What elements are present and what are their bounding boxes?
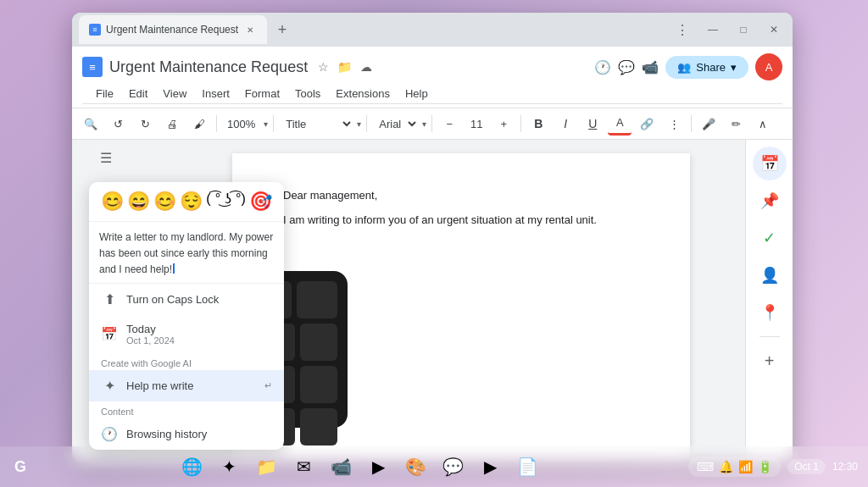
search-toolbar-btn[interactable]: 🔍 bbox=[79, 112, 103, 136]
emoji-lenny[interactable]: ( ͡° ͜ʖ ͡°) bbox=[206, 191, 245, 213]
date-badge[interactable]: Oct 1 bbox=[787, 459, 826, 474]
caps-lock-item[interactable]: ⬆ Turn on Caps Lock bbox=[89, 284, 284, 315]
help-me-write-shortcut: ↵ bbox=[264, 380, 272, 391]
star-icon[interactable]: ☆ bbox=[318, 60, 329, 74]
tray-wifi-icon[interactable]: 📶 bbox=[738, 460, 753, 473]
today-item[interactable]: 📅 Today Oct 1, 2024 bbox=[89, 315, 284, 353]
browsing-history-label: Browsing history bbox=[126, 428, 272, 440]
emoji-grin[interactable]: 😄 bbox=[127, 191, 150, 213]
emoji-happy[interactable]: 😊 bbox=[153, 191, 176, 213]
search-box-area[interactable]: Write a letter to my landlord. My power … bbox=[89, 222, 284, 284]
search-cursor bbox=[173, 263, 175, 274]
minimize-button[interactable]: — bbox=[701, 18, 725, 42]
sidebar-calendar-icon[interactable]: 📅 bbox=[753, 147, 787, 180]
collapse-btn[interactable]: ∧ bbox=[751, 112, 775, 136]
link-btn[interactable]: 🔗 bbox=[635, 112, 659, 136]
header-right: 🕐 💬 📹 👥 Share ▾ A bbox=[594, 53, 782, 80]
caps-lock-label: Turn on Caps Lock bbox=[126, 293, 272, 306]
menu-view[interactable]: View bbox=[156, 84, 193, 103]
kb-key-v bbox=[300, 408, 337, 445]
font-chevron-icon: ▾ bbox=[422, 119, 426, 129]
pen-btn[interactable]: ✏ bbox=[724, 112, 748, 136]
share-chevron-icon: ▾ bbox=[731, 61, 737, 74]
print-btn[interactable]: 🖨 bbox=[160, 112, 184, 136]
decrease-font-btn[interactable]: − bbox=[437, 112, 461, 136]
tray-keyboard-icon[interactable]: ⌨ bbox=[697, 460, 714, 473]
new-tab-button[interactable]: + bbox=[270, 18, 294, 42]
taskbar-gemini-icon[interactable]: ✦ bbox=[212, 450, 246, 484]
taskbar-play-icon[interactable]: ▶ bbox=[361, 450, 395, 484]
underline-btn[interactable]: U bbox=[581, 112, 604, 136]
doc-area: ☰ Dear management, I am writing to infor… bbox=[72, 140, 793, 462]
taskbar-gmail-icon[interactable]: ✉ bbox=[287, 450, 320, 484]
tray-battery-icon[interactable]: 🔋 bbox=[758, 460, 772, 473]
folder-icon[interactable]: 📁 bbox=[337, 60, 352, 74]
taskbar-chat-icon[interactable]: 💬 bbox=[436, 450, 470, 484]
style-select[interactable]: TitleNormalHeading 1 bbox=[279, 115, 353, 133]
menu-file[interactable]: File bbox=[89, 84, 120, 103]
today-date: Oct 1, 2024 bbox=[126, 335, 175, 346]
taskbar-google-btn[interactable]: G bbox=[10, 457, 31, 477]
font-size-display[interactable]: 11 bbox=[465, 116, 488, 132]
sidebar-divider bbox=[760, 336, 780, 337]
active-tab[interactable]: ≡ Urgent Maintenance Request ✕ bbox=[79, 15, 267, 44]
menu-format[interactable]: Format bbox=[238, 84, 287, 103]
sidebar-contacts-icon[interactable]: 👤 bbox=[753, 258, 787, 292]
cloud-icon[interactable]: ☁ bbox=[360, 60, 372, 74]
more-options-button[interactable]: ⋮ bbox=[670, 18, 694, 42]
undo-btn[interactable]: ↺ bbox=[106, 112, 130, 136]
taskbar-chrome-icon[interactable]: 🌐 bbox=[175, 450, 209, 484]
increase-font-btn[interactable]: + bbox=[492, 112, 515, 136]
comment-icon[interactable]: 💬 bbox=[618, 59, 635, 75]
sidebar-keep-icon[interactable]: 📌 bbox=[753, 184, 787, 218]
italic-btn[interactable]: I bbox=[554, 112, 577, 136]
ai-sparkle-icon: ✦ bbox=[101, 378, 118, 394]
tray-notification-icon[interactable]: 🔔 bbox=[719, 460, 733, 473]
zoom-display[interactable]: 100% bbox=[222, 116, 260, 132]
taskbar-photos-icon[interactable]: 🎨 bbox=[398, 450, 432, 484]
toolbar-sep-1 bbox=[216, 115, 217, 132]
doc-icon: ≡ bbox=[82, 57, 103, 77]
emoji-smile[interactable]: 😊 bbox=[101, 191, 124, 213]
taskbar-tray: ⌨ 🔔 📶 🔋 bbox=[688, 457, 781, 477]
taskbar-right: ⌨ 🔔 📶 🔋 Oct 1 12:30 bbox=[688, 457, 858, 477]
google-icon: G bbox=[14, 458, 26, 476]
history-icon[interactable]: 🕐 bbox=[594, 59, 611, 75]
sidebar-tasks-icon[interactable]: ✓ bbox=[753, 221, 787, 255]
bold-btn[interactable]: B bbox=[526, 112, 550, 136]
user-avatar[interactable]: A bbox=[755, 53, 782, 80]
taskbar-files-icon[interactable]: 📁 bbox=[249, 450, 283, 484]
emoji-target[interactable]: 🎯 bbox=[249, 191, 272, 213]
voice-typing-btn[interactable]: 🎤 bbox=[697, 112, 721, 136]
close-button[interactable]: ✕ bbox=[762, 18, 786, 42]
menu-edit[interactable]: Edit bbox=[122, 84, 154, 103]
history-icon: 🕐 bbox=[101, 426, 118, 442]
emoji-content[interactable]: 😌 bbox=[180, 191, 203, 213]
help-me-write-item[interactable]: ✦ Help me write ↵ bbox=[89, 370, 284, 401]
caps-lock-icon: ⬆ bbox=[101, 291, 118, 307]
text-color-btn[interactable]: A bbox=[608, 112, 632, 136]
taskbar-docs-icon[interactable]: 📄 bbox=[510, 450, 544, 484]
video-icon[interactable]: 📹 bbox=[642, 59, 659, 75]
share-button[interactable]: 👥 Share ▾ bbox=[665, 56, 748, 79]
paint-format-btn[interactable]: 🖌 bbox=[187, 112, 211, 136]
zoom-chevron-icon: ▾ bbox=[264, 119, 268, 129]
maximize-button[interactable]: □ bbox=[732, 18, 755, 42]
toolbar: 🔍 ↺ ↻ 🖨 🖌 100% ▾ TitleNormalHeading 1 ▾ … bbox=[72, 108, 793, 140]
menu-insert[interactable]: Insert bbox=[195, 84, 236, 103]
app-title-row: ≡ Urgent Maintenance Request ☆ 📁 ☁ 🕐 💬 📹… bbox=[82, 53, 782, 80]
outline-icon[interactable]: ☰ bbox=[100, 150, 112, 166]
more-btn[interactable]: ⋮ bbox=[662, 112, 686, 136]
taskbar-meet-icon[interactable]: 📹 bbox=[324, 450, 358, 484]
font-select[interactable]: Arial bbox=[372, 115, 419, 133]
sidebar-maps-icon[interactable]: 📍 bbox=[753, 296, 787, 329]
redo-btn[interactable]: ↻ bbox=[133, 112, 157, 136]
sidebar-add-button[interactable]: + bbox=[753, 344, 787, 378]
kb-key-f bbox=[300, 366, 337, 403]
menu-extensions[interactable]: Extensions bbox=[329, 84, 397, 103]
tab-close-button[interactable]: ✕ bbox=[243, 23, 257, 36]
browsing-history-item[interactable]: 🕐 Browsing history bbox=[89, 418, 284, 450]
menu-tools[interactable]: Tools bbox=[288, 84, 327, 103]
menu-help[interactable]: Help bbox=[398, 84, 435, 103]
taskbar-youtube-icon[interactable]: ▶ bbox=[473, 450, 507, 484]
